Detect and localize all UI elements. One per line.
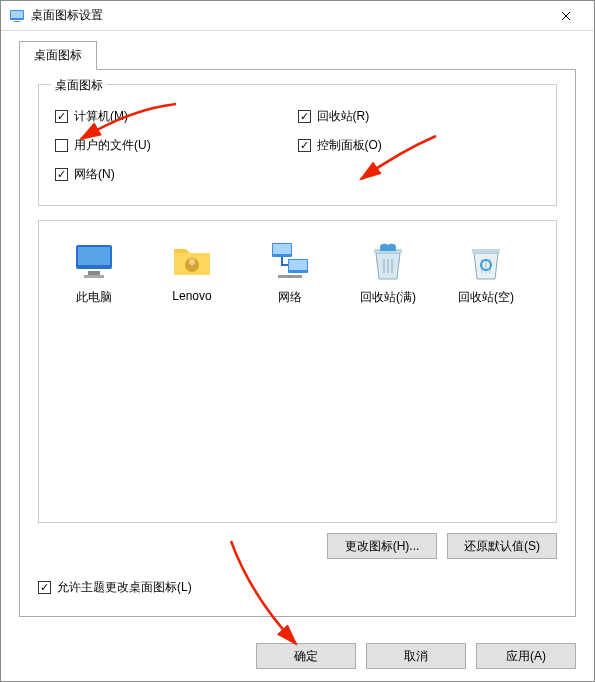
tab-desktop-icons[interactable]: 桌面图标 bbox=[19, 41, 97, 70]
svg-rect-10 bbox=[273, 244, 291, 254]
cancel-button[interactable]: 取消 bbox=[366, 643, 466, 669]
checkbox-label: 控制面板(O) bbox=[317, 137, 382, 154]
dialog-window: 桌面图标设置 桌面图标 桌面图标 计算机(M) bbox=[0, 0, 595, 682]
recyclebin-full-icon bbox=[364, 237, 412, 285]
icon-label: 回收站(空) bbox=[441, 289, 531, 306]
check-icon bbox=[55, 168, 68, 181]
svg-rect-15 bbox=[472, 249, 500, 253]
fieldset-desktop-icons: 桌面图标 计算机(M) 回收站(R) bbox=[38, 84, 557, 206]
fieldset-legend: 桌面图标 bbox=[51, 77, 107, 94]
checkbox-controlpanel[interactable]: 控制面板(O) bbox=[298, 137, 541, 154]
svg-rect-13 bbox=[278, 275, 302, 278]
checkbox-label: 计算机(M) bbox=[74, 108, 128, 125]
monitor-icon bbox=[70, 237, 118, 285]
recyclebin-empty-icon bbox=[462, 237, 510, 285]
checkbox-label: 允许主题更改桌面图标(L) bbox=[57, 579, 192, 596]
checkbox-label: 用户的文件(U) bbox=[74, 137, 151, 154]
window-title: 桌面图标设置 bbox=[31, 7, 546, 24]
check-icon bbox=[55, 110, 68, 123]
svg-rect-4 bbox=[78, 247, 110, 265]
checkbox-computer[interactable]: 计算机(M) bbox=[55, 108, 298, 125]
close-button[interactable] bbox=[546, 2, 586, 30]
content-area: 桌面图标 桌面图标 计算机(M) bbox=[1, 31, 594, 631]
icon-item-network[interactable]: 网络 bbox=[245, 237, 335, 306]
ok-button[interactable]: 确定 bbox=[256, 643, 356, 669]
network-icon bbox=[266, 237, 314, 285]
tab-strip: 桌面图标 bbox=[19, 41, 576, 70]
icon-item-recyclefull[interactable]: 回收站(满) bbox=[343, 237, 433, 306]
change-icon-button[interactable]: 更改图标(H)... bbox=[327, 533, 437, 559]
checkbox-userfiles[interactable]: 用户的文件(U) bbox=[55, 137, 298, 154]
svg-rect-1 bbox=[11, 11, 23, 18]
icon-item-thispc[interactable]: 此电脑 bbox=[49, 237, 139, 306]
svg-point-8 bbox=[189, 259, 195, 265]
tab-panel: 桌面图标 计算机(M) 回收站(R) bbox=[19, 69, 576, 617]
svg-rect-12 bbox=[289, 260, 307, 270]
app-icon bbox=[9, 8, 25, 24]
checkbox-recyclebin[interactable]: 回收站(R) bbox=[298, 108, 541, 125]
check-icon bbox=[55, 139, 68, 152]
restore-default-button[interactable]: 还原默认值(S) bbox=[447, 533, 557, 559]
apply-button[interactable]: 应用(A) bbox=[476, 643, 576, 669]
icon-item-lenovo[interactable]: Lenovo bbox=[147, 237, 237, 303]
titlebar: 桌面图标设置 bbox=[1, 1, 594, 31]
check-icon bbox=[298, 139, 311, 152]
svg-rect-6 bbox=[84, 275, 104, 278]
check-icon bbox=[38, 581, 51, 594]
checkbox-allowtheme[interactable]: 允许主题更改桌面图标(L) bbox=[38, 579, 557, 596]
svg-rect-2 bbox=[14, 21, 20, 22]
check-icon bbox=[298, 110, 311, 123]
icon-item-recycleempty[interactable]: 回收站(空) bbox=[441, 237, 531, 306]
checkbox-label: 网络(N) bbox=[74, 166, 115, 183]
checkbox-network[interactable]: 网络(N) bbox=[55, 166, 298, 183]
icon-buttons-row: 更改图标(H)... 还原默认值(S) bbox=[38, 533, 557, 559]
icon-label: 回收站(满) bbox=[343, 289, 433, 306]
svg-rect-5 bbox=[88, 271, 100, 275]
icon-label: 此电脑 bbox=[49, 289, 139, 306]
icon-label: 网络 bbox=[245, 289, 335, 306]
checkbox-label: 回收站(R) bbox=[317, 108, 370, 125]
icon-preview-grid: 此电脑 Lenovo 网络 bbox=[38, 220, 557, 523]
icon-label: Lenovo bbox=[147, 289, 237, 303]
folder-icon bbox=[168, 237, 216, 285]
footer-buttons: 确定 取消 应用(A) bbox=[1, 631, 594, 681]
